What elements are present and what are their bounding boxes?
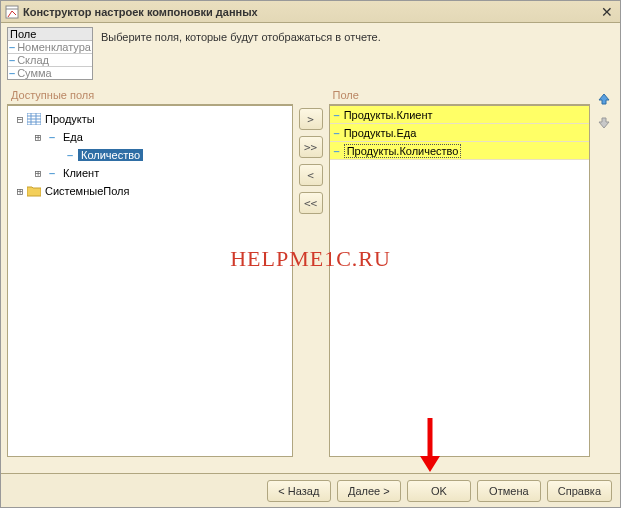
selected-label: Продукты.Еда: [344, 127, 417, 139]
tree-label-selected: Количество: [78, 149, 143, 161]
title-bar: Конструктор настроек компоновки данных ✕: [1, 1, 620, 23]
tree-label: Продукты: [42, 113, 98, 125]
selected-row[interactable]: –Продукты.Еда: [330, 124, 590, 142]
selected-fields-body: –Продукты.Клиент –Продукты.Еда –Продукты…: [329, 105, 591, 457]
instruction-text: Выберите поля, которые будут отображатьс…: [101, 27, 381, 43]
expand-icon[interactable]: ⊞: [14, 185, 26, 198]
field-icon: –: [62, 149, 78, 161]
mini-table-row: –Номенклатура: [8, 41, 92, 54]
tree-label: Клиент: [60, 167, 102, 179]
folder-icon: [26, 185, 42, 197]
field-icon: –: [44, 131, 60, 143]
tree-node-quantity[interactable]: · – Количество: [10, 146, 290, 164]
tree-node-eda[interactable]: ⊞ – Еда: [10, 128, 290, 146]
right-wrap: Поле –Продукты.Клиент –Продукты.Еда –Про…: [329, 86, 615, 466]
collapse-icon[interactable]: ⊟: [14, 113, 26, 126]
field-icon: –: [334, 145, 340, 157]
selected-label: Продукты.Клиент: [344, 109, 433, 121]
selected-label-active: Продукты.Количество: [344, 144, 462, 158]
field-icon: –: [334, 109, 340, 121]
mini-table-row: –Склад: [8, 54, 92, 67]
selected-row-active[interactable]: –Продукты.Количество: [330, 142, 590, 160]
field-icon: –: [334, 127, 340, 139]
mini-table-header: Поле: [8, 28, 92, 41]
available-fields-body: ⊟ Продукты ⊞ – Еда · – Количество: [7, 105, 293, 457]
move-up-button[interactable]: [595, 90, 613, 108]
move-down-button[interactable]: [595, 114, 613, 132]
selected-fields-panel: Поле –Продукты.Клиент –Продукты.Еда –Про…: [329, 86, 591, 466]
tree-label: СистемныеПоля: [42, 185, 132, 197]
remove-all-button[interactable]: <<: [299, 192, 323, 214]
back-button[interactable]: < Назад: [267, 480, 331, 502]
window-icon: [5, 5, 19, 19]
reorder-buttons: [594, 86, 614, 466]
top-strip: Поле –Номенклатура –Склад –Сумма Выберит…: [1, 23, 620, 86]
selected-fields-header: Поле: [329, 86, 591, 105]
help-button[interactable]: Справка: [547, 480, 612, 502]
panels-area: Доступные поля ⊟ Продукты ⊞ – Еда · –: [1, 86, 620, 466]
expand-icon[interactable]: ⊞: [32, 167, 44, 180]
available-fields-header: Доступные поля: [7, 86, 293, 105]
selected-row[interactable]: –Продукты.Клиент: [330, 106, 590, 124]
tree-spacer: ·: [50, 149, 62, 162]
add-all-button[interactable]: >>: [299, 136, 323, 158]
ok-button[interactable]: OK: [407, 480, 471, 502]
window-title: Конструктор настроек компоновки данных: [23, 6, 598, 18]
field-icon: –: [44, 167, 60, 179]
transfer-buttons: > >> < <<: [297, 86, 325, 466]
next-button[interactable]: Далее >: [337, 480, 401, 502]
tree-node-products[interactable]: ⊟ Продукты: [10, 110, 290, 128]
mini-table-row: –Сумма: [8, 67, 92, 79]
remove-button[interactable]: <: [299, 164, 323, 186]
tree-node-system-fields[interactable]: ⊞ СистемныеПоля: [10, 182, 290, 200]
svg-rect-0: [6, 6, 18, 18]
tree-node-client[interactable]: ⊞ – Клиент: [10, 164, 290, 182]
close-icon[interactable]: ✕: [598, 3, 616, 21]
tree-label: Еда: [60, 131, 86, 143]
add-button[interactable]: >: [299, 108, 323, 130]
available-fields-panel: Доступные поля ⊟ Продукты ⊞ – Еда · –: [7, 86, 293, 466]
fields-tree[interactable]: ⊟ Продукты ⊞ – Еда · – Количество: [8, 106, 292, 204]
preview-mini-table: Поле –Номенклатура –Склад –Сумма: [7, 27, 93, 80]
expand-icon[interactable]: ⊞: [32, 131, 44, 144]
cancel-button[interactable]: Отмена: [477, 480, 541, 502]
footer-bar: < Назад Далее > OK Отмена Справка: [1, 473, 620, 507]
table-icon: [26, 113, 42, 125]
